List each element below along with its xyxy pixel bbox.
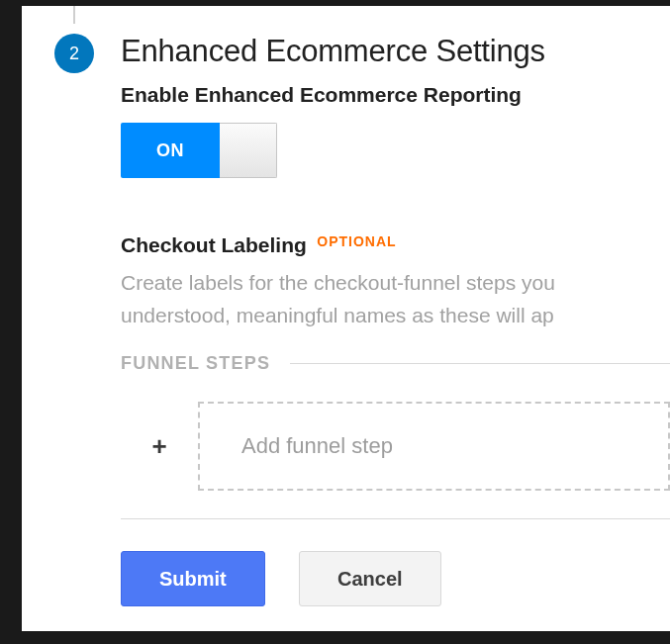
toggle-off-handle: [220, 123, 277, 178]
add-funnel-step-row: +: [121, 402, 670, 491]
checkout-description: Create labels for the checkout-funnel st…: [121, 267, 670, 331]
submit-button[interactable]: Submit: [121, 551, 265, 606]
cancel-button[interactable]: Cancel: [299, 551, 441, 606]
action-buttons: Submit Cancel: [121, 551, 670, 606]
step-number-badge: 2: [54, 34, 94, 73]
step-number: 2: [69, 44, 79, 64]
toggle-on-label: ON: [121, 123, 220, 178]
funnel-steps-label: FUNNEL STEPS: [121, 353, 270, 374]
settings-panel: 2 Enhanced Ecommerce Settings Enable Enh…: [22, 6, 670, 631]
description-line-2: understood, meaningful names as these wi…: [121, 300, 670, 332]
checkout-labeling-block: Checkout Labeling OPTIONAL Create labels…: [121, 233, 670, 606]
optional-badge: OPTIONAL: [317, 233, 396, 249]
funnel-step-input-container[interactable]: [198, 402, 670, 491]
description-line-1: Create labels for the checkout-funnel st…: [121, 271, 555, 294]
enable-heading: Enable Enhanced Ecommerce Reporting: [121, 83, 670, 107]
funnel-steps-header: FUNNEL STEPS: [121, 353, 670, 374]
funnel-step-input[interactable]: [241, 433, 668, 459]
enable-toggle[interactable]: ON: [121, 123, 277, 178]
section-divider: [121, 518, 670, 519]
funnel-header-rule: [290, 363, 670, 364]
step-connector-line: [73, 6, 75, 24]
checkout-heading: Checkout Labeling: [121, 233, 307, 256]
section-content: Enable Enhanced Ecommerce Reporting ON C…: [121, 83, 670, 606]
section-title: Enhanced Ecommerce Settings: [121, 34, 545, 69]
plus-icon: +: [121, 431, 198, 462]
